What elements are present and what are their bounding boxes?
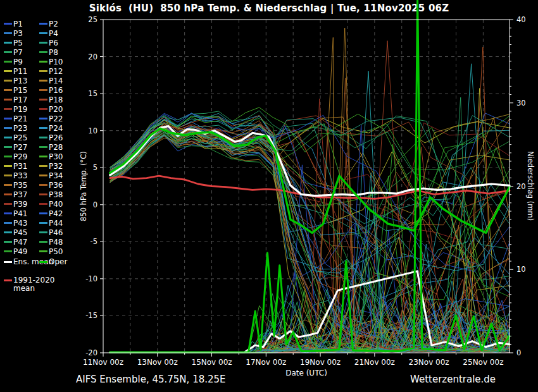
member-label: P20 bbox=[49, 106, 63, 113]
member-color-swatch-icon bbox=[4, 32, 12, 34]
member-precip-line bbox=[110, 41, 510, 353]
legend-member-p15: P15 bbox=[4, 87, 39, 94]
member-label: P7 bbox=[13, 49, 23, 56]
member-color-swatch-icon bbox=[4, 23, 12, 25]
member-temp-line bbox=[110, 114, 510, 330]
legend-row: P7P8 bbox=[4, 47, 78, 57]
member-label: P1 bbox=[13, 20, 23, 28]
member-color-swatch-icon bbox=[4, 89, 12, 91]
legend-row: P35P36 bbox=[4, 180, 78, 190]
date-tick-label: 17Nov 00z bbox=[246, 358, 286, 367]
member-temp-line bbox=[110, 121, 510, 350]
temp-tick-label: 0 bbox=[93, 200, 97, 209]
member-label: P30 bbox=[49, 153, 63, 161]
date-tick-label: 11Nov 00z bbox=[83, 358, 123, 367]
legend-row: P3P4 bbox=[4, 28, 78, 38]
legend-row: P29P30 bbox=[4, 152, 78, 161]
legend-row: P39P40 bbox=[4, 199, 78, 209]
legend-member-p22: P22 bbox=[39, 115, 75, 123]
legend-member-p14: P14 bbox=[39, 77, 75, 85]
legend-member-p40: P40 bbox=[39, 200, 75, 208]
legend-row: P25P26 bbox=[4, 133, 78, 142]
member-color-swatch-icon bbox=[4, 203, 12, 205]
member-label: P28 bbox=[49, 144, 63, 151]
member-label: P46 bbox=[49, 229, 63, 236]
member-color-swatch-icon bbox=[4, 51, 12, 53]
legend-member-p45: P45 bbox=[4, 229, 39, 236]
member-label: P10 bbox=[49, 58, 63, 66]
member-label: P22 bbox=[49, 115, 63, 123]
legend-row: P47P48 bbox=[4, 237, 78, 247]
member-label: P15 bbox=[13, 87, 28, 94]
legend-row: P13P14 bbox=[4, 76, 78, 85]
member-temp-line bbox=[110, 132, 510, 347]
legend-member-p27: P27 bbox=[4, 144, 39, 151]
legend-mean-oper-row: Ens. mean Oper bbox=[4, 258, 75, 266]
member-color-swatch-icon bbox=[4, 137, 12, 138]
member-color-swatch-icon bbox=[39, 165, 47, 167]
member-label: P8 bbox=[49, 49, 58, 56]
legend-member-p12: P12 bbox=[39, 68, 75, 75]
member-color-swatch-icon bbox=[4, 80, 12, 82]
member-color-swatch-icon bbox=[4, 146, 12, 148]
legend-member-p46: P46 bbox=[39, 229, 75, 236]
legend-row: P17P18 bbox=[4, 95, 78, 104]
member-color-swatch-icon bbox=[4, 250, 12, 252]
member-label: P9 bbox=[13, 58, 23, 66]
member-label: P36 bbox=[49, 181, 63, 189]
member-label: P23 bbox=[13, 125, 28, 132]
legend-row: P33P34 bbox=[4, 171, 78, 180]
member-label: P39 bbox=[13, 200, 28, 208]
member-color-swatch-icon bbox=[39, 61, 47, 63]
legend-member-p37: P37 bbox=[4, 191, 39, 199]
member-label: P31 bbox=[13, 162, 28, 170]
member-label: P42 bbox=[49, 210, 63, 217]
legend-member-p7: P7 bbox=[4, 49, 39, 56]
y-axis-label-temперature: 850 hPa Temp. (°C) bbox=[78, 20, 89, 353]
member-color-swatch-icon bbox=[39, 250, 47, 252]
temp-tick-label: -5 bbox=[91, 237, 97, 246]
member-temp-line bbox=[110, 127, 510, 348]
legend-row: P1P2 bbox=[4, 19, 78, 28]
member-label: P3 bbox=[13, 30, 23, 37]
y-axis-label-precipitation: Niederschlag (mm) bbox=[525, 20, 535, 353]
member-color-swatch-icon bbox=[39, 156, 47, 157]
member-label: P12 bbox=[49, 68, 63, 75]
member-color-swatch-icon bbox=[39, 51, 47, 53]
member-label: P25 bbox=[13, 134, 28, 142]
legend-member-p44: P44 bbox=[39, 219, 75, 227]
member-color-swatch-icon bbox=[39, 99, 47, 101]
member-label: P45 bbox=[13, 229, 28, 236]
legend-row: P45P46 bbox=[4, 228, 78, 237]
member-color-swatch-icon bbox=[4, 231, 12, 233]
legend-member-p36: P36 bbox=[39, 181, 75, 189]
legend-row: P43P44 bbox=[4, 218, 78, 228]
member-color-swatch-icon bbox=[39, 193, 47, 195]
member-color-swatch-icon bbox=[4, 70, 12, 72]
ensemble-member-lines bbox=[110, 28, 510, 353]
member-label: P2 bbox=[49, 20, 58, 28]
member-label: P18 bbox=[49, 96, 63, 104]
member-color-swatch-icon bbox=[4, 156, 12, 157]
legend-member-p11: P11 bbox=[4, 68, 39, 75]
legend-member-p47: P47 bbox=[4, 238, 39, 246]
main-series-lines bbox=[110, 0, 510, 352]
member-color-swatch-icon bbox=[39, 184, 47, 186]
member-color-swatch-icon bbox=[4, 42, 12, 44]
member-color-swatch-icon bbox=[39, 32, 47, 34]
date-tick-label: 13Nov 00z bbox=[137, 358, 178, 367]
member-color-swatch-icon bbox=[39, 146, 47, 148]
legend-member-p29: P29 bbox=[4, 153, 39, 161]
legend-member-p3: P3 bbox=[4, 30, 39, 37]
legend-member-p5: P5 bbox=[4, 39, 39, 47]
member-color-swatch-icon bbox=[39, 108, 47, 110]
member-color-swatch-icon bbox=[39, 70, 47, 72]
member-color-swatch-icon bbox=[39, 42, 47, 44]
legend-row: P23P24 bbox=[4, 123, 78, 133]
legend-row: P49P50 bbox=[4, 247, 78, 256]
date-tick-label: 15Nov 00z bbox=[192, 358, 232, 367]
member-label: P40 bbox=[49, 200, 63, 208]
member-label: P5 bbox=[13, 39, 23, 47]
member-label: P34 bbox=[49, 172, 63, 180]
site-credit: Wetterzentrale.de bbox=[410, 374, 496, 385]
